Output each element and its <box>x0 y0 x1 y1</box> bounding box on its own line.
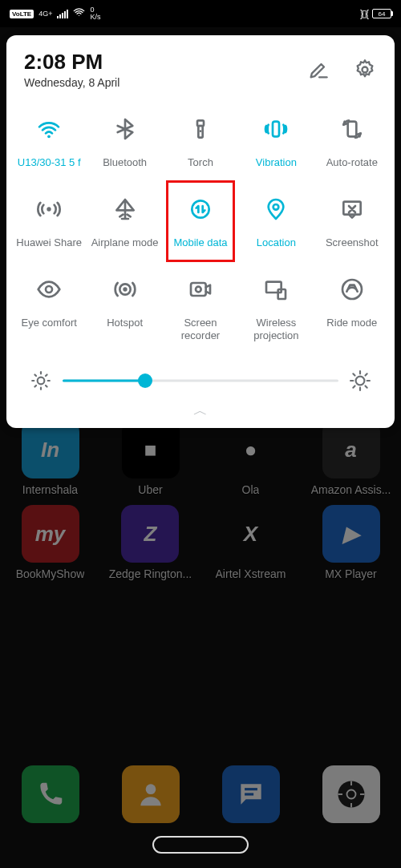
location-icon <box>258 192 294 227</box>
tile-ridemode[interactable]: Ride mode <box>314 262 390 354</box>
tile-huaweishare[interactable]: Huawei Share <box>11 182 87 262</box>
brightness-low-icon <box>30 370 51 391</box>
tile-vibration[interactable]: Vibration <box>238 102 314 182</box>
tile-label: Screenshot <box>324 236 380 249</box>
tile-label: Vibration <box>254 156 298 169</box>
svg-point-16 <box>47 207 51 211</box>
settings-button[interactable] <box>353 58 377 82</box>
eyecomfort-icon <box>31 272 67 307</box>
svg-point-20 <box>46 286 52 293</box>
ridemode-icon <box>334 272 370 307</box>
svg-point-13 <box>200 130 202 132</box>
quick-settings-grid: U13/30-31 5 fBluetoothTorchVibrationAuto… <box>6 97 395 359</box>
brightness-thumb[interactable] <box>138 373 152 388</box>
tile-label: Mobile data <box>172 236 229 249</box>
tile-mobiledata[interactable]: Mobile data <box>163 182 238 262</box>
tile-torch[interactable]: Torch <box>163 102 238 182</box>
tile-label: Hotspot <box>105 317 144 329</box>
brightness-high-icon <box>350 370 371 391</box>
tile-hotspot[interactable]: Hotspot <box>87 262 162 354</box>
svg-line-45 <box>366 374 367 376</box>
tile-wproj[interactable]: Wireless projection <box>238 262 314 354</box>
svg-point-10 <box>47 135 51 138</box>
tile-location[interactable]: Location <box>238 182 314 262</box>
wproj-icon <box>258 272 294 307</box>
wifi-icon <box>31 111 67 147</box>
svg-point-28 <box>38 377 45 385</box>
vibrate-icon: }▯{ <box>360 8 367 19</box>
tile-label: Screen recorder <box>163 317 238 341</box>
svg-point-18 <box>273 204 279 210</box>
svg-line-43 <box>366 386 367 388</box>
svg-rect-23 <box>191 283 206 296</box>
tile-label: Auto-rotate <box>325 156 379 169</box>
data-speed: 0K/s <box>90 6 100 21</box>
volte-badge: VoLTE <box>10 10 34 18</box>
battery-indicator: 64 <box>372 9 391 18</box>
autorotate-icon <box>334 111 370 147</box>
tile-label: Eye comfort <box>20 317 79 329</box>
huaweishare-icon <box>31 192 67 227</box>
svg-line-36 <box>46 375 47 377</box>
svg-point-17 <box>192 200 209 217</box>
svg-rect-15 <box>347 122 356 137</box>
svg-line-34 <box>46 386 47 387</box>
tile-bluetooth[interactable]: Bluetooth <box>87 102 162 182</box>
svg-point-24 <box>196 287 201 293</box>
status-bar: VoLTE 4G+ 0K/s }▯{ 64 <box>0 0 401 27</box>
clock-time: 2:08 PM <box>24 50 119 75</box>
screenrec-icon <box>183 272 218 307</box>
svg-line-33 <box>34 375 36 377</box>
vibration-icon <box>258 111 294 147</box>
tile-airplane[interactable]: Airplane mode <box>87 182 162 262</box>
tile-label: Bluetooth <box>101 156 148 169</box>
brightness-fill <box>63 380 145 382</box>
tile-eyecomfort[interactable]: Eye comfort <box>11 262 87 354</box>
edit-button[interactable] <box>306 58 330 82</box>
network-indicator: 4G+ <box>38 10 52 18</box>
svg-point-9 <box>363 67 368 72</box>
wifi-icon <box>73 6 85 21</box>
collapse-chevron-icon[interactable]: ︿ <box>6 398 395 423</box>
mobiledata-icon <box>183 192 218 227</box>
tile-autorotate[interactable]: Auto-rotate <box>314 102 390 182</box>
tile-screenshot[interactable]: Screenshot <box>314 182 390 262</box>
signal-icon <box>57 9 68 18</box>
tile-label: Torch <box>186 156 215 169</box>
airplane-icon <box>107 192 143 227</box>
clock-date: Wednesday, 8 April <box>24 76 119 89</box>
torch-icon <box>183 111 218 147</box>
nav-pill[interactable] <box>152 836 249 854</box>
tile-label: Huawei Share <box>14 236 83 249</box>
svg-line-35 <box>34 386 36 387</box>
brightness-slider[interactable] <box>63 373 338 389</box>
svg-point-21 <box>123 287 127 291</box>
hotspot-icon <box>107 272 143 307</box>
screenshot-icon <box>334 192 370 227</box>
tile-screenrec[interactable]: Screen recorder <box>163 262 238 354</box>
svg-rect-14 <box>273 122 279 137</box>
quick-settings-panel: 2:08 PM Wednesday, 8 April U13/30-31 5 f… <box>6 35 395 428</box>
tile-label: Wireless projection <box>238 317 314 341</box>
bluetooth-icon <box>107 111 143 147</box>
brightness-row <box>6 359 395 398</box>
svg-point-37 <box>356 377 365 386</box>
tile-label: Airplane mode <box>90 236 160 249</box>
tile-label: Location <box>255 236 298 249</box>
tile-wifi[interactable]: U13/30-31 5 f <box>11 102 87 182</box>
tile-label: U13/30-31 5 f <box>16 156 83 169</box>
svg-line-42 <box>353 374 354 376</box>
tile-label: Ride mode <box>325 317 379 329</box>
svg-point-27 <box>342 280 362 299</box>
svg-line-44 <box>353 386 354 388</box>
